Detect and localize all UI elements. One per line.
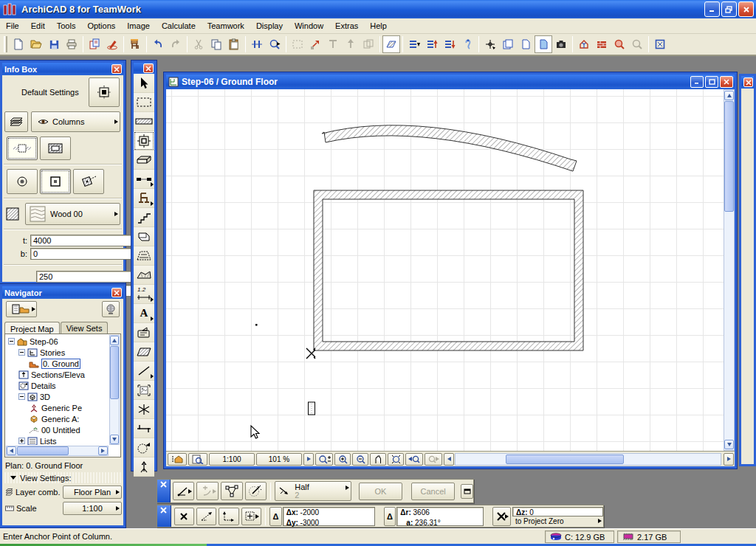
copy-icon[interactable]: [207, 35, 225, 53]
scroll-right-icon[interactable]: [724, 453, 734, 466]
fit-in-window-button[interactable]: [388, 453, 404, 466]
cut-icon[interactable]: [190, 35, 207, 53]
publisher-icon[interactable]: [86, 35, 103, 53]
pan-button[interactable]: [370, 453, 386, 466]
gravity-button[interactable]: [492, 507, 511, 526]
tree-item[interactable]: 00 Untitled: [7, 424, 109, 435]
tree-hscrollbar[interactable]: [6, 446, 109, 456]
delta-ra-toggle[interactable]: Δ: [384, 507, 396, 526]
control-box-close[interactable]: [157, 480, 171, 502]
group-nodes-button[interactable]: [221, 482, 243, 500]
doc-minimize-button[interactable]: [690, 76, 704, 88]
detail-tool[interactable]: [134, 438, 154, 457]
scroll-down-icon[interactable]: [724, 440, 734, 449]
material-dropdown-button[interactable]: Wood 00: [25, 203, 120, 225]
dimension-tool[interactable]: 1.2: [134, 285, 154, 304]
toolbar-grip[interactable]: [4, 36, 7, 52]
dr-value[interactable]: 3606: [413, 508, 430, 516]
photo-icon[interactable]: [552, 35, 570, 53]
toolbox-titlebar[interactable]: [134, 63, 154, 74]
redo-icon[interactable]: [167, 35, 185, 53]
tree-item[interactable]: Stories: [7, 347, 109, 358]
mesh-tool[interactable]: [134, 266, 154, 285]
project-chooser-button[interactable]: [6, 301, 37, 317]
preview-button[interactable]: [188, 453, 207, 466]
zoom-in-button[interactable]: [334, 453, 351, 466]
doc-vscroll-thumb[interactable]: [724, 101, 734, 212]
tab-view-sets[interactable]: View Sets: [61, 322, 109, 334]
line-tool[interactable]: [134, 362, 154, 381]
collapse-bar-button[interactable]: [461, 484, 473, 499]
zone-tool[interactable]: [134, 323, 154, 342]
page-icon[interactable]: [517, 35, 535, 53]
core-size-field[interactable]: [36, 271, 145, 283]
doc-hscroll-thumb[interactable]: [506, 455, 624, 464]
save-icon[interactable]: [45, 35, 63, 53]
arrow-tool[interactable]: [134, 74, 154, 93]
beam-tool[interactable]: [134, 151, 154, 170]
restore-button[interactable]: [721, 1, 737, 17]
marquee-tool[interactable]: [134, 93, 154, 112]
doc-vscrollbar[interactable]: [724, 89, 735, 451]
info-box-close-icon[interactable]: [111, 64, 122, 74]
fit-in-window-icon[interactable]: [651, 35, 669, 53]
navigator-close-icon[interactable]: [111, 288, 122, 297]
menu-extras[interactable]: Extras: [329, 19, 364, 32]
menu-tools[interactable]: Tools: [51, 19, 82, 32]
paste-icon[interactable]: [225, 35, 243, 53]
slab-tool[interactable]: [134, 227, 154, 246]
dimension-options-icon[interactable]: [248, 35, 266, 53]
teamwork-workspace-icon[interactable]: [126, 35, 144, 53]
hotspot-tool[interactable]: [134, 400, 154, 419]
room-walls[interactable]: [314, 190, 583, 350]
roof-tool[interactable]: [134, 246, 154, 266]
scroll-up-icon[interactable]: [110, 336, 119, 345]
anchor-center-button[interactable]: [7, 169, 38, 194]
menu-edit[interactable]: Edit: [25, 19, 51, 32]
zoom-3d-icon[interactable]: [611, 35, 628, 53]
anchor-corner-button[interactable]: [40, 169, 71, 194]
menu-display[interactable]: Display: [250, 19, 289, 32]
column-tool[interactable]: [134, 131, 154, 151]
xy-fields[interactable]: Δx: -2000 Δy: -3000: [283, 507, 375, 526]
undo-icon[interactable]: [149, 35, 167, 53]
partial-close-icon[interactable]: [743, 77, 753, 87]
menu-teamwork[interactable]: Teamwork: [202, 19, 250, 32]
set-origin-icon[interactable]: [481, 35, 499, 53]
info-box-titlebar[interactable]: Info Box: [2, 63, 123, 75]
clean-wall-intersections-icon[interactable]: [382, 35, 400, 53]
collapse-icon[interactable]: [18, 393, 25, 400]
open-icon[interactable]: [27, 35, 45, 53]
hscroll-thumb[interactable]: [17, 446, 69, 455]
scroll-down-icon[interactable]: [110, 435, 119, 444]
display-veneer-button[interactable]: [40, 136, 71, 160]
print-icon[interactable]: [63, 35, 80, 53]
3d-window-icon[interactable]: [593, 35, 611, 53]
view-settings-header[interactable]: View Settings:: [4, 472, 121, 483]
top-height-field[interactable]: [30, 235, 139, 246]
story-quickview-button[interactable]: [168, 453, 187, 466]
curved-wall[interactable]: [322, 125, 577, 171]
column-settings-button[interactable]: [89, 77, 120, 107]
new-icon[interactable]: [10, 35, 27, 53]
collapse-icon[interactable]: [18, 349, 25, 356]
scale-dropdown[interactable]: 1:100: [63, 502, 122, 515]
bottom-height-field[interactable]: [30, 248, 139, 260]
dy-value[interactable]: -3000: [300, 519, 320, 527]
toolbox-close-icon[interactable]: [143, 63, 154, 73]
object-tool[interactable]: [134, 189, 154, 208]
ra-fields[interactable]: Δr: 3606 a: 236.31°: [396, 507, 483, 526]
menu-help[interactable]: Help: [364, 19, 393, 32]
menu-window[interactable]: Window: [289, 19, 329, 32]
scale-button[interactable]: 1:100: [209, 453, 255, 466]
menu-calculate[interactable]: Calculate: [156, 19, 202, 32]
zoom-level-button[interactable]: 101 %: [256, 453, 302, 466]
relative-angle-button[interactable]: [173, 482, 195, 500]
drawing-canvas[interactable]: [166, 89, 724, 451]
camera-tool[interactable]: [134, 457, 154, 477]
tree-item[interactable]: Generic A:: [7, 413, 109, 424]
story-settings-icon[interactable]: [405, 35, 423, 53]
text-tool[interactable]: A: [134, 304, 154, 323]
expand-icon[interactable]: [18, 438, 25, 444]
display-plain-button[interactable]: [7, 136, 38, 160]
